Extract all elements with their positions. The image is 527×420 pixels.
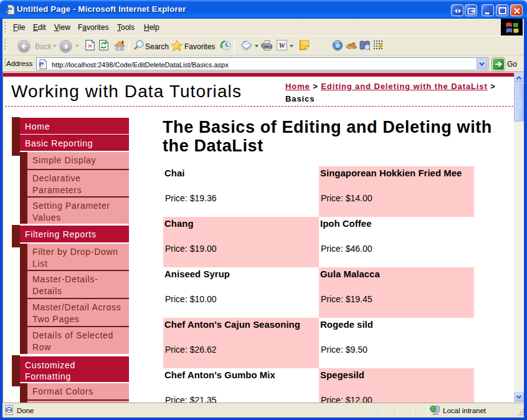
svg-text:W: W [278,41,286,50]
